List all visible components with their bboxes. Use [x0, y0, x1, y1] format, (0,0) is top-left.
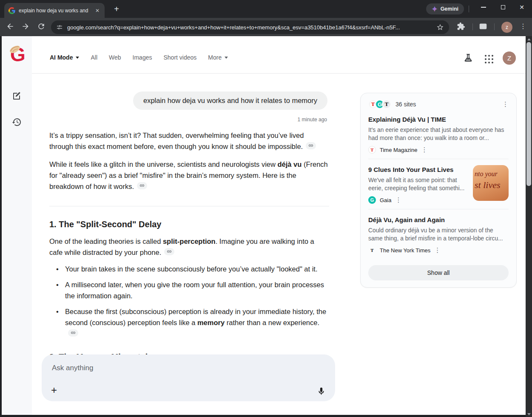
- minimize-button[interactable]: [474, 0, 493, 14]
- time-favicon: T: [368, 146, 376, 154]
- tab-images[interactable]: Images: [133, 54, 152, 61]
- results-nav: AI Mode All Web Images Short videos More: [50, 54, 228, 61]
- gemini-label: Gemini: [441, 6, 458, 12]
- bookmark-star-icon[interactable]: [436, 23, 444, 31]
- history-icon[interactable]: [11, 117, 22, 127]
- bold-term: split-perception: [163, 237, 216, 245]
- ai-answer: It’s a trippy sensation, isn’t it? That …: [49, 130, 329, 358]
- tab-all[interactable]: All: [91, 54, 97, 61]
- citation-link-icon[interactable]: [306, 142, 316, 149]
- scrollbar-thumb[interactable]: [526, 42, 531, 186]
- tab-title: explain how deja vu works and: [19, 8, 91, 14]
- source-footer: G Gaia ⋮: [368, 196, 468, 204]
- source-name: Time Magazine: [380, 147, 417, 153]
- tab-close-icon[interactable]: ✕: [94, 7, 100, 14]
- reload-button[interactable]: [37, 22, 46, 31]
- tab-more[interactable]: More: [208, 54, 228, 61]
- source-footer: T Time Magazine ⋮: [368, 146, 509, 154]
- google-doodle-logo[interactable]: G: [8, 43, 28, 66]
- tab-web[interactable]: Web: [109, 54, 121, 61]
- sources-panel: T G T 36 sites ⋮ Explaining Déjà Vu | TI…: [360, 93, 517, 288]
- nyt-favicon: T: [382, 100, 391, 109]
- sites-count: 36 sites: [395, 101, 502, 108]
- bullet-item-1: Your brain takes in the scene subconscio…: [49, 263, 329, 274]
- bold-term: memory: [197, 319, 225, 326]
- source-description: It's an eerie experience that just about…: [368, 126, 509, 142]
- citation-link-icon[interactable]: [137, 182, 147, 189]
- new-chat-icon[interactable]: [11, 91, 22, 101]
- paragraph-text: rather than a new experience.: [225, 319, 319, 326]
- forward-button[interactable]: [21, 22, 30, 31]
- back-button[interactable]: [6, 22, 14, 31]
- paragraph-text: While it feels like a glitch in the univ…: [49, 160, 278, 168]
- source-name: The New York Times: [380, 247, 430, 254]
- source-card[interactable]: 9 Clues Into Your Past Lives We've all f…: [368, 159, 509, 209]
- source-card[interactable]: Explaining Déjà Vu | TIME It's an eerie …: [368, 109, 509, 159]
- labs-flask-icon[interactable]: [464, 53, 473, 63]
- citation-link-icon[interactable]: [68, 329, 78, 337]
- url-bar[interactable]: google.com/search?q=explain+how+deja+vu+…: [51, 20, 449, 34]
- answer-paragraph-2: While it feels like a glitch in the univ…: [49, 159, 329, 192]
- bullet-item-3: Because the first (subconscious) percept…: [49, 306, 329, 339]
- input-placeholder: Ask anything: [52, 364, 93, 372]
- gaia-favicon: G: [368, 196, 376, 204]
- tab-short-videos[interactable]: Short videos: [163, 54, 196, 61]
- bullet-list: Your brain takes in the scene subconscio…: [49, 263, 329, 339]
- google-apps-grid-icon[interactable]: [484, 54, 494, 64]
- toolbar-separator: [472, 23, 473, 30]
- sources-header: T G T 36 sites ⋮: [368, 100, 509, 109]
- scroll-up-arrow-icon[interactable]: [526, 36, 532, 42]
- citation-link-icon[interactable]: [164, 248, 174, 255]
- paragraph-text: One of the leading theories is called: [49, 237, 163, 245]
- attach-plus-icon[interactable]: +: [51, 385, 57, 395]
- url-text[interactable]: google.com/search?q=explain+how+deja+vu+…: [67, 24, 432, 31]
- more-label: More: [208, 54, 222, 61]
- section-1-intro: One of the leading theories is called sp…: [49, 236, 329, 258]
- source-title[interactable]: Explaining Déjà Vu | TIME: [368, 115, 509, 124]
- maximize-button[interactable]: [494, 0, 512, 14]
- page-content: G AI Mode All Web Images Short videos: [2, 36, 526, 415]
- ask-anything-input[interactable]: Ask anything +: [42, 354, 335, 401]
- scroll-down-arrow-icon[interactable]: [526, 411, 532, 417]
- section-divider: [49, 206, 329, 206]
- toolbar-separator-2: [494, 23, 495, 30]
- source-menu-icon[interactable]: ⋮: [434, 246, 441, 254]
- thumb-text-line: st lives: [475, 180, 507, 191]
- window-close-button[interactable]: ✕: [512, 0, 531, 14]
- source-title[interactable]: Déjà Vu, Again and Again: [368, 215, 509, 224]
- bold-term: déjà vu: [278, 160, 302, 168]
- show-all-button[interactable]: Show all: [368, 265, 509, 280]
- query-timestamp: 1 minute ago: [298, 117, 327, 123]
- ai-mode-label: AI Mode: [50, 54, 73, 61]
- source-description: We've all felt it as some point: that ee…: [368, 176, 468, 192]
- browser-profile-avatar[interactable]: z: [501, 22, 512, 33]
- source-menu-icon[interactable]: ⋮: [395, 196, 401, 204]
- extensions-icon[interactable]: [457, 22, 465, 31]
- side-panel-search-icon[interactable]: [479, 22, 487, 31]
- tune-icon[interactable]: [56, 24, 63, 31]
- source-menu-icon[interactable]: ⋮: [421, 146, 427, 154]
- account-avatar[interactable]: Z: [503, 51, 516, 65]
- source-footer: T The New York Times ⋮: [368, 246, 509, 254]
- tab-strip: explain how deja vu works and ✕ + Gemini…: [0, 0, 532, 18]
- microphone-icon[interactable]: [317, 387, 326, 396]
- thumb-text-line: nto your: [475, 169, 507, 180]
- section-1-heading: 1. The "Split-Second" Delay: [49, 219, 329, 230]
- panel-menu-icon[interactable]: ⋮: [502, 100, 509, 108]
- user-query-bubble: explain how deja vu works and how it rel…: [133, 91, 327, 110]
- favicon-stack: T G T: [368, 100, 391, 109]
- gemini-button[interactable]: Gemini: [426, 3, 464, 14]
- google-favicon-icon: [9, 7, 15, 14]
- source-card[interactable]: Déjà Vu, Again and Again Could ordinary …: [368, 209, 509, 259]
- paragraph-text: It’s a trippy sensation, isn’t it? That …: [49, 131, 304, 150]
- source-thumbnail[interactable]: nto your st lives: [473, 165, 509, 201]
- page-scrollbar[interactable]: [526, 36, 532, 417]
- nyt-favicon: T: [368, 246, 376, 254]
- new-tab-button[interactable]: +: [111, 4, 122, 14]
- browser-menu-icon[interactable]: ⋮: [520, 23, 528, 31]
- source-name: Gaia: [380, 197, 391, 203]
- titlebar-separator: [469, 6, 469, 12]
- tab-ai-mode[interactable]: AI Mode: [50, 54, 79, 61]
- browser-tab[interactable]: explain how deja vu works and ✕: [4, 3, 105, 18]
- source-title[interactable]: 9 Clues Into Your Past Lives: [368, 165, 468, 174]
